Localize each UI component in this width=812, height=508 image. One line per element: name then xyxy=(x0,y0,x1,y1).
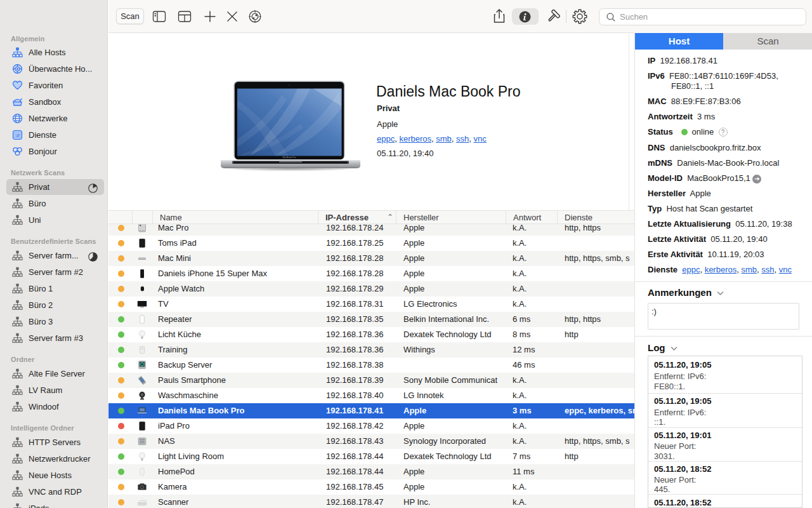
svg-text:://: :// xyxy=(15,133,20,138)
svg-text:MacBook Pro: MacBook Pro xyxy=(282,156,296,159)
